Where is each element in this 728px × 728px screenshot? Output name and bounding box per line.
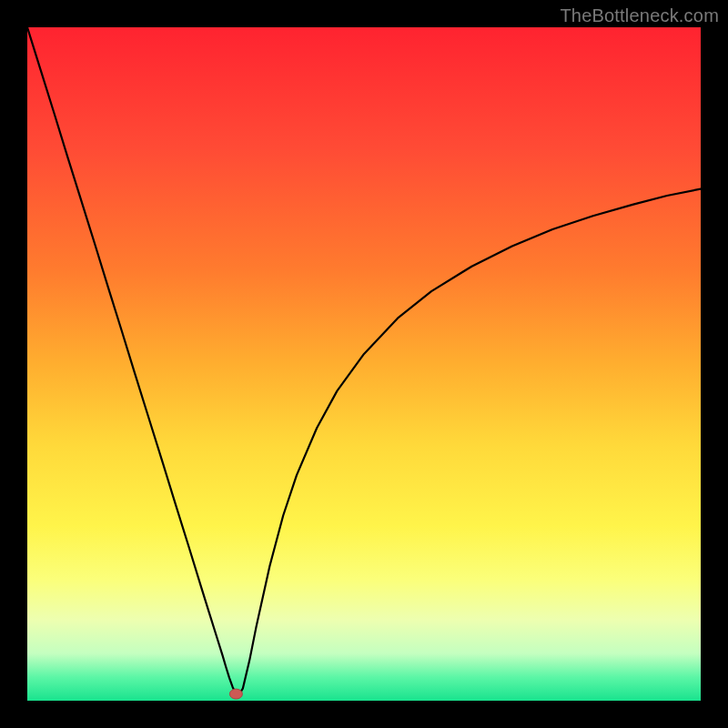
optimum-marker xyxy=(229,689,242,699)
gradient-background xyxy=(27,27,701,701)
chart-svg xyxy=(27,27,701,701)
plot-area xyxy=(27,27,701,701)
chart-frame: TheBottleneck.com xyxy=(0,0,728,728)
watermark-text: TheBottleneck.com xyxy=(560,5,719,26)
